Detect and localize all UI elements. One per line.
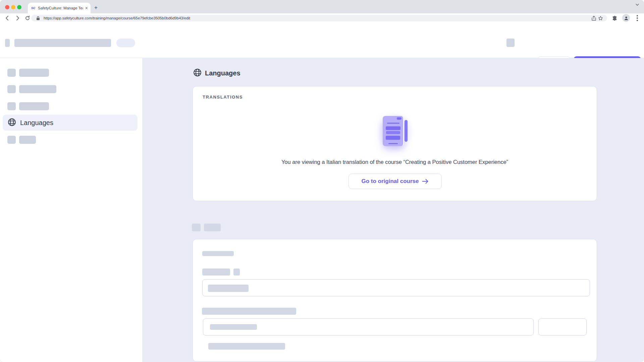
page-title: Languages bbox=[205, 69, 240, 77]
share-icon[interactable] bbox=[590, 15, 597, 21]
lock-icon[interactable] bbox=[35, 15, 41, 21]
forward-icon[interactable] bbox=[14, 15, 21, 21]
tab-title: SafetyCulture: Manage Teams and ... bbox=[38, 6, 83, 10]
address-bar[interactable]: https://app.safetyculture.com/training/m… bbox=[31, 15, 607, 21]
skeleton-sidebar-item-3 bbox=[19, 102, 49, 110]
sidebar-item-label: Languages bbox=[20, 119, 53, 127]
skeleton-card-title bbox=[202, 251, 234, 256]
select-input[interactable] bbox=[538, 318, 587, 336]
globe-icon bbox=[193, 68, 202, 78]
skeleton-field-label-1 bbox=[202, 268, 230, 276]
skeleton-input-value-2 bbox=[210, 324, 257, 330]
reload-icon[interactable] bbox=[24, 15, 31, 21]
skeleton-section-tab bbox=[204, 224, 221, 231]
translations-card: TRANSLATIONS You are viewing a Italian t… bbox=[193, 86, 597, 201]
traffic-light-minimize-button[interactable] bbox=[11, 5, 15, 9]
details-card bbox=[193, 239, 597, 362]
new-tab-button[interactable]: + bbox=[94, 5, 98, 10]
skeleton-sidebar-icon-3 bbox=[7, 102, 16, 110]
back-icon[interactable] bbox=[4, 15, 11, 21]
bookmark-star-icon[interactable] bbox=[597, 15, 604, 21]
browser-menu-kebab-icon[interactable] bbox=[634, 15, 641, 21]
translated-document-illustration-icon bbox=[375, 112, 415, 154]
skeleton-field-label-2 bbox=[202, 308, 296, 315]
url-text: https://app.safetyculture.com/training/m… bbox=[44, 16, 590, 20]
skeleton-section-icon bbox=[192, 224, 201, 231]
skeleton-info-icon bbox=[233, 268, 240, 276]
profile-avatar[interactable] bbox=[622, 14, 630, 22]
tab-close-icon[interactable]: × bbox=[85, 6, 88, 10]
skeleton-sidebar-icon-1 bbox=[7, 69, 16, 77]
chevron-down-icon[interactable] bbox=[635, 2, 639, 8]
skeleton-sidebar-item-5 bbox=[19, 136, 36, 144]
go-to-original-course-button[interactable]: Go to original course bbox=[348, 174, 442, 189]
globe-icon bbox=[7, 118, 16, 128]
app-header: Set up bbox=[0, 23, 644, 58]
page-header: Languages bbox=[193, 68, 240, 78]
sidebar: Languages bbox=[0, 58, 143, 362]
skeleton-sidebar-item-1 bbox=[19, 69, 49, 77]
skeleton-sidebar-item-2 bbox=[19, 85, 56, 93]
skeleton-sidebar-icon-5 bbox=[7, 136, 16, 144]
skeleton-input-value-1 bbox=[208, 285, 249, 292]
safetyculture-favicon-icon: SC bbox=[31, 5, 36, 11]
text-input-1[interactable] bbox=[202, 279, 590, 296]
skeleton-course-title bbox=[14, 39, 111, 47]
main-content: Languages TRANSLATIONS You are viewing a… bbox=[143, 58, 644, 362]
translations-card-heading: TRANSLATIONS bbox=[203, 95, 243, 100]
skeleton-status-pill bbox=[116, 39, 135, 47]
traffic-light-maximize-button[interactable] bbox=[17, 5, 21, 9]
go-to-original-course-label: Go to original course bbox=[362, 178, 419, 185]
illustration-back-page bbox=[405, 120, 408, 142]
tab-bar: SC SafetyCulture: Manage Teams and ... ×… bbox=[0, 0, 644, 13]
browser-toolbar: https://app.safetyculture.com/training/m… bbox=[0, 13, 644, 23]
browser-tab[interactable]: SC SafetyCulture: Manage Teams and ... × bbox=[28, 3, 91, 13]
arrow-right-icon bbox=[422, 179, 429, 184]
skeleton-back-icon bbox=[5, 39, 10, 47]
illustration-document bbox=[383, 116, 404, 146]
extensions-puzzle-icon[interactable] bbox=[611, 15, 618, 21]
traffic-light-close-button[interactable] bbox=[5, 5, 9, 9]
translation-viewing-message: You are viewing a Italian translation of… bbox=[193, 159, 597, 165]
sidebar-item-languages[interactable]: Languages bbox=[3, 115, 138, 131]
skeleton-helper-text bbox=[208, 343, 285, 350]
skeleton-sidebar-icon-2 bbox=[7, 85, 16, 93]
browser-window: SC SafetyCulture: Manage Teams and ... ×… bbox=[0, 0, 644, 362]
text-input-2[interactable] bbox=[203, 318, 534, 336]
skeleton-header-icon bbox=[506, 39, 515, 47]
